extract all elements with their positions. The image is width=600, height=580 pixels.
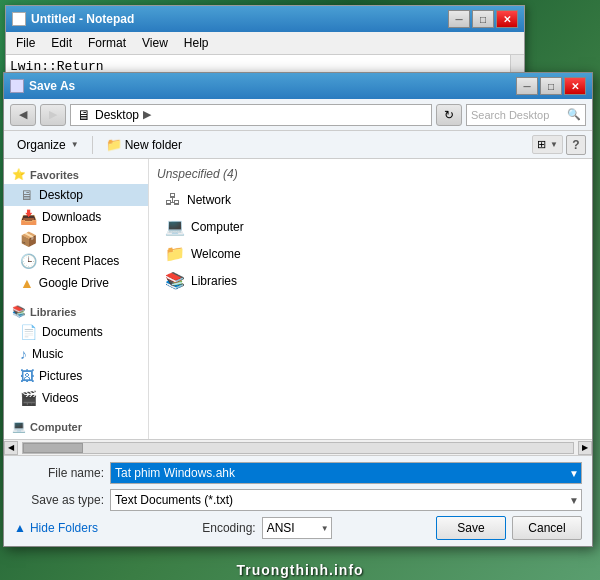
toolbar-separator	[92, 136, 93, 154]
filename-dropdown-arrow: ▼	[569, 468, 579, 479]
path-text: Desktop	[95, 108, 139, 122]
favorites-label: Favorites	[30, 169, 79, 181]
search-placeholder: Search Desktop	[471, 109, 549, 121]
pictures-label: Pictures	[39, 369, 82, 383]
search-box[interactable]: Search Desktop 🔍	[466, 104, 586, 126]
saveas-maximize-button[interactable]: □	[540, 77, 562, 95]
favorites-header[interactable]: ⭐ Favorites	[4, 165, 148, 184]
sidebar-item-desktop[interactable]: 🖥 Desktop	[4, 184, 148, 206]
address-bar: ◀ ▶ 🖥 Desktop ▶ ↻ Search Desktop 🔍	[4, 99, 592, 131]
view-toggle-button[interactable]: ⊞ ▼	[532, 135, 563, 154]
sidebar-item-downloads[interactable]: 📥 Downloads	[4, 206, 148, 228]
favorites-icon: ⭐	[12, 168, 26, 181]
bottom-form: File name: Tat phim Windows.ahk ▼ Save a…	[4, 455, 592, 546]
desktop-label: Desktop	[39, 188, 83, 202]
notepad-titlebar-buttons: ─ □ ✕	[448, 10, 518, 28]
notepad-close-button[interactable]: ✕	[496, 10, 518, 28]
address-path[interactable]: 🖥 Desktop ▶	[70, 104, 432, 126]
computer-section-label: Computer	[30, 421, 82, 433]
notepad-menu-view[interactable]: View	[136, 34, 174, 52]
savetype-value: Text Documents (*.txt)	[115, 493, 233, 507]
content-item-computer[interactable]: 💻 Computer	[157, 213, 584, 240]
form-bottom-row: ▲ Hide Folders Encoding: ANSI ▼ Save Can…	[14, 516, 582, 540]
hide-folders-button[interactable]: ▲ Hide Folders	[14, 521, 98, 535]
horizontal-scrollbar[interactable]	[22, 442, 574, 454]
main-area: ⭐ Favorites 🖥 Desktop 📥 Downloads 📦 Drop…	[4, 159, 592, 439]
dropbox-icon: 📦	[20, 231, 37, 247]
filename-input[interactable]: Tat phim Windows.ahk ▼	[110, 462, 582, 484]
notepad-menu-file[interactable]: File	[10, 34, 41, 52]
sidebar-item-recent[interactable]: 🕒 Recent Places	[4, 250, 148, 272]
search-icon: 🔍	[567, 108, 581, 121]
savetype-dropdown-arrow: ▼	[569, 495, 579, 506]
savetype-input[interactable]: Text Documents (*.txt) ▼	[110, 489, 582, 511]
notepad-titlebar: Untitled - Notepad ─ □ ✕	[6, 6, 524, 32]
dialog-buttons: Save Cancel	[436, 516, 582, 540]
content-area: Unspecified (4) 🖧 Network 💻 Computer 📁 W…	[149, 159, 592, 439]
content-item-libraries[interactable]: 📚 Libraries	[157, 267, 584, 294]
sidebar-item-pictures[interactable]: 🖼 Pictures	[4, 365, 148, 387]
organize-label: Organize	[17, 138, 66, 152]
content-item-welcome[interactable]: 📁 Welcome	[157, 240, 584, 267]
notepad-title: Untitled - Notepad	[31, 12, 448, 26]
sidebar-item-documents[interactable]: 📄 Documents	[4, 321, 148, 343]
sidebar-item-videos[interactable]: 🎬 Videos	[4, 387, 148, 409]
scrollbar-thumb[interactable]	[23, 443, 83, 453]
documents-icon: 📄	[20, 324, 37, 340]
computer-section-icon: 💻	[12, 420, 26, 433]
content-item-network[interactable]: 🖧 Network	[157, 187, 584, 213]
music-icon: ♪	[20, 346, 27, 362]
music-label: Music	[32, 347, 63, 361]
favorites-section: ⭐ Favorites 🖥 Desktop 📥 Downloads 📦 Drop…	[4, 165, 148, 294]
encoding-select[interactable]: ANSI ▼	[262, 517, 332, 539]
saveas-icon	[10, 79, 24, 93]
savetype-label: Save as type:	[14, 493, 104, 507]
encoding-section: Encoding: ANSI ▼	[202, 517, 331, 539]
sidebar-item-googledrive[interactable]: ▲ Google Drive	[4, 272, 148, 294]
sidebar-item-music[interactable]: ♪ Music	[4, 343, 148, 365]
recent-label: Recent Places	[42, 254, 119, 268]
new-folder-icon: 📁	[106, 137, 122, 152]
content-section-title: Unspecified (4)	[157, 167, 584, 181]
saveas-title: Save As	[29, 79, 516, 93]
back-button[interactable]: ◀	[10, 104, 36, 126]
cancel-button[interactable]: Cancel	[512, 516, 582, 540]
saveas-close-button[interactable]: ✕	[564, 77, 586, 95]
libraries-header[interactable]: 📚 Libraries	[4, 302, 148, 321]
notepad-icon	[12, 12, 26, 26]
forward-button[interactable]: ▶	[40, 104, 66, 126]
toolbar: Organize ▼ 📁 New folder ⊞ ▼ ?	[4, 131, 592, 159]
network-label: Network	[187, 193, 231, 207]
scroll-left-button[interactable]: ◀	[4, 441, 18, 455]
hide-folders-arrow: ▲	[14, 521, 26, 535]
notepad-maximize-button[interactable]: □	[472, 10, 494, 28]
notepad-minimize-button[interactable]: ─	[448, 10, 470, 28]
watermark-text: Truongthinh.info	[236, 562, 363, 578]
computer-section: 💻 Computer	[4, 417, 148, 436]
new-folder-button[interactable]: 📁 New folder	[99, 134, 189, 155]
libraries-item-icon: 📚	[165, 271, 185, 290]
notepad-menu-help[interactable]: Help	[178, 34, 215, 52]
pictures-icon: 🖼	[20, 368, 34, 384]
welcome-label: Welcome	[191, 247, 241, 261]
sidebar-item-dropbox[interactable]: 📦 Dropbox	[4, 228, 148, 250]
saveas-titlebar-buttons: ─ □ ✕	[516, 77, 586, 95]
folder-icon: 🖥	[77, 107, 91, 123]
notepad-menubar: File Edit Format View Help	[6, 32, 524, 55]
organize-button[interactable]: Organize ▼	[10, 135, 86, 155]
refresh-button[interactable]: ↻	[436, 104, 462, 126]
save-button[interactable]: Save	[436, 516, 506, 540]
help-button[interactable]: ?	[566, 135, 586, 155]
notepad-menu-format[interactable]: Format	[82, 34, 132, 52]
saveas-minimize-button[interactable]: ─	[516, 77, 538, 95]
notepad-menu-edit[interactable]: Edit	[45, 34, 78, 52]
libraries-section-label: Libraries	[30, 306, 76, 318]
path-arrow: ▶	[143, 108, 151, 121]
encoding-label: Encoding:	[202, 521, 255, 535]
libraries-item-label: Libraries	[191, 274, 237, 288]
scroll-right-button[interactable]: ▶	[578, 441, 592, 455]
filename-row: File name: Tat phim Windows.ahk ▼	[14, 462, 582, 484]
filename-value: Tat phim Windows.ahk	[115, 466, 235, 480]
saveas-titlebar: Save As ─ □ ✕	[4, 73, 592, 99]
computer-header[interactable]: 💻 Computer	[4, 417, 148, 436]
